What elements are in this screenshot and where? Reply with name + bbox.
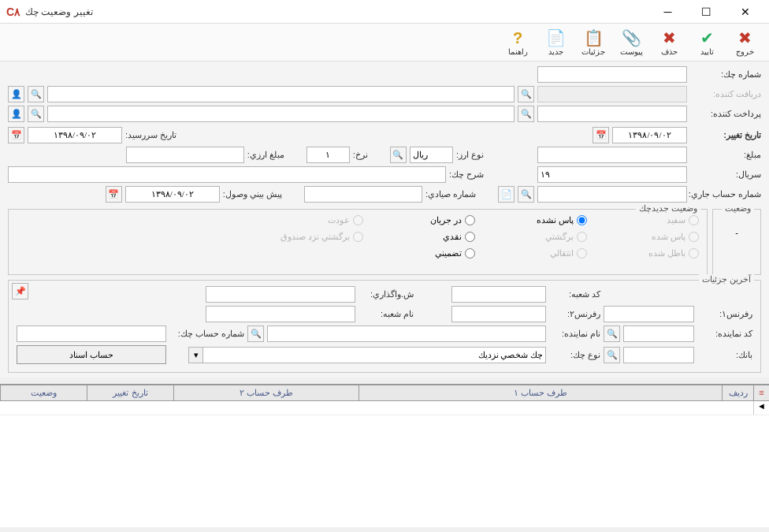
radio-in-progress[interactable]: در جريان — [373, 215, 475, 225]
delete-label: حذف — [661, 47, 678, 56]
grid-row-empty[interactable]: ◄ — [0, 401, 769, 415]
check-account-label: شماره حساب چك: — [169, 329, 244, 339]
pin-icon[interactable] — [12, 283, 28, 299]
history-grid: رديف طرف حساب ۱ طرف حساب ۲ تاريخ تغيير و… — [0, 384, 769, 527]
sayyadi-input[interactable] — [304, 186, 422, 203]
grid-body[interactable]: ◄ — [0, 401, 769, 527]
confirm-button[interactable]: ✔ تاييد — [690, 26, 723, 59]
radio-passed: پاس شده — [596, 232, 699, 242]
col-party1[interactable]: طرف حساب ۱ — [358, 385, 722, 400]
col-change-date[interactable]: تاريخ تغيير — [87, 385, 173, 400]
status-title: وضعيت — [722, 203, 754, 214]
payer-lookup2-icon[interactable] — [28, 106, 44, 122]
col-row[interactable]: رديف — [722, 385, 753, 400]
current-account-label: شماره حساب جاري: — [690, 189, 761, 199]
agent-code-lookup-icon[interactable] — [604, 326, 620, 342]
payer-person-icon[interactable] — [8, 106, 24, 122]
forecast-input[interactable] — [125, 186, 220, 203]
check-no-input[interactable] — [537, 66, 687, 83]
currency-amount-label: مبلغ ارزي: — [247, 150, 284, 160]
amount-input[interactable] — [537, 147, 687, 163]
receiver-name-input[interactable] — [47, 86, 515, 102]
currency-amount-input[interactable] — [126, 147, 244, 163]
exit-button[interactable]: ✖ خروج — [728, 26, 761, 59]
details-button[interactable]: 📋 جزئيات — [577, 26, 610, 59]
bank-input[interactable] — [623, 347, 694, 363]
deposit-no-label: ش.واگذاري: — [358, 289, 414, 299]
change-date-calendar-icon[interactable] — [593, 127, 609, 143]
bank-lookup-icon[interactable] — [604, 347, 620, 363]
title-text: تغییر وضعیت چك — [25, 6, 93, 17]
check-type-dropdown[interactable]: ▾ — [188, 347, 546, 363]
change-date-input[interactable] — [612, 127, 687, 143]
close-button[interactable]: ✕ — [727, 1, 763, 23]
currency-type-input[interactable] — [410, 147, 453, 163]
maximize-button[interactable]: ☐ — [689, 1, 724, 23]
minimize-button[interactable]: ─ — [650, 1, 685, 23]
agent-name-lookup-icon[interactable] — [247, 326, 264, 342]
toolbar: ✖ خروج ✔ تاييد ✖ حذف 📎 پيوست 📋 جزئيات 📄 … — [0, 24, 769, 61]
branch-name-input[interactable] — [206, 306, 355, 322]
payer-name-input[interactable] — [47, 106, 515, 122]
forecast-calendar-icon[interactable] — [106, 186, 122, 203]
branch-code-input[interactable] — [451, 286, 546, 303]
ref2-input[interactable] — [451, 306, 546, 322]
receiver-lookup-icon[interactable] — [518, 86, 534, 102]
attach-icon: 📎 — [622, 28, 641, 47]
ref1-input[interactable] — [604, 306, 694, 322]
radio-not-passed[interactable]: پاس نشده — [485, 215, 587, 225]
new-status-box: وضعيت جديدچك سفيد پاس نشده در جريان عودت… — [8, 209, 708, 275]
details-icon: 📋 — [584, 28, 603, 47]
agent-name-input[interactable] — [267, 326, 546, 342]
branch-code-label: كد شعبه: — [549, 289, 600, 299]
receiver-lookup2-icon[interactable] — [28, 86, 44, 102]
rate-input[interactable] — [306, 147, 350, 163]
help-button[interactable]: ? راهنما — [501, 26, 534, 59]
exit-label: خروج — [736, 47, 754, 56]
branch-name-label: نام شعبه: — [358, 309, 414, 319]
check-account-input[interactable] — [17, 326, 166, 342]
due-date-calendar-icon[interactable] — [8, 127, 24, 143]
deposit-no-input[interactable] — [206, 286, 355, 303]
chevron-down-icon[interactable]: ▾ — [188, 347, 202, 363]
confirm-icon: ✔ — [697, 28, 716, 47]
radio-bargashti: برگشتي — [485, 232, 587, 242]
payer-label: پرداخت كننده: — [690, 109, 761, 119]
new-status-title: وضعيت جديدچك — [636, 203, 700, 214]
latest-title: آخرين جزئيات — [699, 274, 754, 285]
check-desc-input[interactable] — [8, 166, 446, 183]
current-account-input[interactable] — [537, 186, 687, 203]
check-desc-label: شرح چك: — [449, 169, 484, 180]
col-status[interactable]: وضعيت — [0, 385, 87, 400]
col-party2[interactable]: طرف حساب ۲ — [173, 385, 358, 400]
currency-lookup-icon[interactable] — [390, 147, 407, 163]
payer-lookup-icon[interactable] — [518, 106, 534, 122]
delete-button[interactable]: ✖ حذف — [652, 26, 685, 59]
attach-label: پيوست — [620, 47, 643, 56]
due-date-label: تاريخ سررسيد: — [125, 130, 176, 140]
radio-guarantee[interactable]: تضميني — [373, 248, 475, 259]
help-label: راهنما — [508, 47, 528, 56]
latest-details-box: آخرين جزئيات كد شعبه: ش.واگذاري: رفرنس۱:… — [8, 280, 761, 373]
due-date-input[interactable] — [28, 127, 122, 143]
radio-white: سفيد — [596, 215, 699, 225]
details-label: جزئيات — [581, 47, 605, 56]
check-type-input[interactable] — [202, 347, 546, 363]
delete-icon: ✖ — [659, 28, 678, 47]
new-icon: 📄 — [546, 28, 565, 47]
agent-code-label: كد نماينده: — [697, 329, 752, 339]
serial-input[interactable] — [537, 166, 687, 183]
payer-code-input[interactable] — [537, 106, 687, 122]
new-button[interactable]: 📄 جديد — [539, 26, 572, 59]
account-add-icon[interactable] — [498, 186, 515, 203]
sayyadi-label: شماره صيادي: — [425, 189, 476, 199]
account-lookup-icon[interactable] — [518, 186, 534, 203]
receiver-person-icon[interactable] — [8, 86, 24, 102]
radio-transfer: انتقالي — [485, 248, 587, 259]
filter-icon[interactable] — [753, 385, 769, 400]
docs-account-button[interactable]: حساب اسناد — [17, 345, 166, 364]
attach-button[interactable]: 📎 پيوست — [615, 26, 648, 59]
check-no-label: شماره چك: — [690, 69, 761, 80]
radio-cash[interactable]: نقدي — [373, 232, 475, 242]
agent-code-input[interactable] — [623, 326, 694, 342]
